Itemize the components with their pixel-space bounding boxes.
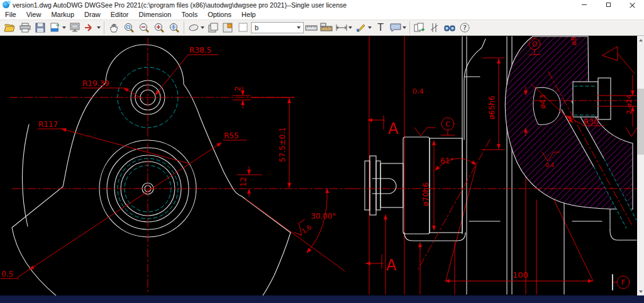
open-button[interactable] xyxy=(3,21,18,35)
menu-help[interactable]: Help xyxy=(236,11,261,18)
menu-bar: File View Markup Draw Editor Dimension T… xyxy=(0,9,644,19)
zoom-extents-button[interactable] xyxy=(167,21,182,35)
scroll-down-button[interactable] xyxy=(637,287,644,295)
toolbar-separator xyxy=(104,21,104,34)
close-icon xyxy=(630,2,635,8)
dim-dia43: ø43 xyxy=(538,94,547,109)
centerlines xyxy=(9,38,352,294)
dim-r30: R30 xyxy=(584,118,599,126)
app-icon xyxy=(3,1,9,8)
marker-pen-button[interactable] xyxy=(353,21,369,35)
minimize-button[interactable] xyxy=(572,0,596,9)
scroll-up-button[interactable] xyxy=(637,36,644,44)
status-bar xyxy=(0,295,644,303)
menu-options[interactable]: Options xyxy=(203,11,236,18)
text-tool-button[interactable]: T xyxy=(373,21,388,35)
comment-dropdown[interactable] xyxy=(402,26,406,29)
layer-color-button[interactable] xyxy=(221,21,236,35)
datum-f-label: F xyxy=(621,278,625,287)
scrollbar-thumb[interactable] xyxy=(637,89,644,155)
toolbar-separator xyxy=(409,21,410,34)
vertical-scrollbar[interactable] xyxy=(637,36,644,295)
color-swatch[interactable] xyxy=(236,21,251,35)
layer-combo-value: b xyxy=(255,24,258,31)
find-button[interactable] xyxy=(442,21,457,35)
minimize-icon xyxy=(582,4,587,5)
section-view: A A 0.4 0.4 C O F ø65h6 ø70h6 61° ø43 R3… xyxy=(352,36,637,294)
section-label-a-bottom: A xyxy=(386,256,397,274)
crank-arm-section xyxy=(505,36,637,228)
window-controls xyxy=(572,0,644,9)
roughness-symbol xyxy=(626,128,637,136)
menu-tools[interactable]: Tools xyxy=(176,11,203,18)
dimension-button[interactable] xyxy=(334,21,349,35)
scroll-down-icon xyxy=(639,290,643,293)
dim-r55: R55 xyxy=(224,131,239,140)
close-button[interactable] xyxy=(620,0,644,9)
save-button[interactable] xyxy=(33,21,48,35)
drawing-canvas[interactable]: R38.5 R19.39 R117 R55 2 57.5±0.1 12 30.0… xyxy=(0,36,644,295)
pin-step xyxy=(598,78,611,119)
dim-2: 2 xyxy=(233,86,242,91)
roughness-0-4-b: 0.4 xyxy=(545,162,555,168)
display-button[interactable] xyxy=(67,21,82,35)
section-label-a-top: A xyxy=(388,120,399,138)
title-bar: version1.dwg AutoDWG DWGSee Pro 2021(c:\… xyxy=(0,0,644,9)
zoom-in-button[interactable] xyxy=(152,21,167,35)
dim-dia65: ø65h6 xyxy=(487,96,496,119)
dim-r19-39: R19.39 xyxy=(82,79,109,88)
end-view: R38.5 R19.39 R117 R55 2 57.5±0.1 12 30.0… xyxy=(1,38,352,295)
help-button[interactable]: ? xyxy=(457,21,472,35)
layers-button[interactable] xyxy=(206,21,221,35)
text-tool-glyph: T xyxy=(377,23,384,33)
zoom-window-button[interactable] xyxy=(121,21,136,35)
app-window: version1.dwg AutoDWG DWGSee Pro 2021(c:\… xyxy=(0,0,644,303)
revision-lines-button[interactable] xyxy=(427,21,442,35)
layer-combo[interactable]: b xyxy=(251,22,304,33)
dim-57-5: 57.5±0.1 xyxy=(278,127,287,162)
eraser-dropdown[interactable] xyxy=(201,26,204,29)
dim-30deg: 30.00° xyxy=(311,212,336,221)
convert-button[interactable] xyxy=(48,21,63,35)
datum-c-label: C xyxy=(445,120,450,128)
dwg-drawing: R38.5 R19.39 R117 R55 2 57.5±0.1 12 30.0… xyxy=(0,36,637,295)
menu-view[interactable]: View xyxy=(21,11,47,18)
forward-button[interactable] xyxy=(82,21,97,35)
roughness-1-6-value: 1.6 xyxy=(301,224,313,235)
print-button[interactable] xyxy=(18,21,33,35)
eraser-button[interactable] xyxy=(186,21,201,35)
dim-12: 12 xyxy=(239,177,248,187)
menu-dimension[interactable]: Dimension xyxy=(134,11,177,18)
toolbar-separator xyxy=(184,21,184,34)
roughness-symbol xyxy=(414,128,435,136)
toolbar: b T ? xyxy=(0,19,644,36)
comment-button[interactable] xyxy=(388,21,403,35)
zoom-out-button[interactable] xyxy=(136,21,152,35)
measure-distance-button[interactable] xyxy=(304,21,319,35)
dim-r38-5: R38.5 xyxy=(189,46,211,55)
dim-61deg: 61° xyxy=(440,157,453,165)
measure-area-button[interactable] xyxy=(319,21,334,35)
window-title: version1.dwg AutoDWG DWGSee Pro 2021(c:\… xyxy=(13,1,347,9)
menu-editor[interactable]: Editor xyxy=(106,11,134,18)
copy-page-button[interactable] xyxy=(412,21,427,35)
dim-r117: R117 xyxy=(38,120,58,129)
maximize-button[interactable] xyxy=(596,0,620,9)
menu-draw[interactable]: Draw xyxy=(79,11,106,18)
section-flag xyxy=(602,47,618,60)
maximize-icon xyxy=(606,3,611,7)
layer-combo-caret xyxy=(297,26,301,29)
convert-dropdown[interactable] xyxy=(62,26,66,29)
dim-dia70: ø70h6 xyxy=(421,182,430,206)
marker-pen-dropdown[interactable] xyxy=(368,26,372,29)
dim-dia8: ø8 xyxy=(570,36,578,45)
help-glyph: ? xyxy=(463,24,467,32)
pan-button[interactable] xyxy=(106,21,121,35)
forward-dropdown[interactable] xyxy=(97,26,101,29)
datum-o-label: O xyxy=(532,41,537,48)
scroll-up-icon xyxy=(639,39,643,41)
dimension-dropdown[interactable] xyxy=(348,26,352,29)
menu-file[interactable]: File xyxy=(0,11,21,18)
dim-0-5: 0.5 xyxy=(1,270,13,278)
menu-markup[interactable]: Markup xyxy=(46,11,79,18)
